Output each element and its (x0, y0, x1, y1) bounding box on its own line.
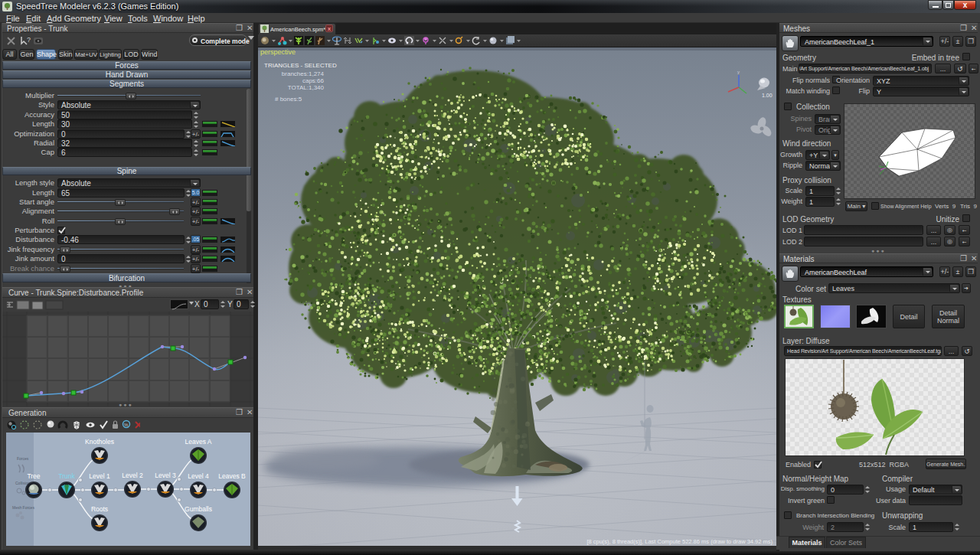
svg-text:perspective: perspective (260, 48, 296, 56)
svg-text:Forces: Forces (17, 456, 29, 461)
svg-text:y: y (737, 70, 740, 74)
svg-text:?: ? (27, 36, 31, 44)
svg-text:Level 3: Level 3 (155, 472, 176, 479)
svg-text:TOTAL:1,340: TOTAL:1,340 (288, 84, 325, 91)
svg-text:Mesh Forces: Mesh Forces (12, 505, 34, 510)
svg-text:Trunk: Trunk (58, 472, 75, 480)
svg-text:TRIANGLES - SELECTED: TRIANGLES - SELECTED (264, 62, 337, 69)
svg-text:caps:66: caps:66 (302, 77, 325, 84)
svg-text:Knotholes: Knotholes (85, 438, 114, 446)
svg-text:Level 4: Level 4 (188, 472, 209, 480)
svg-text:Level 1: Level 1 (89, 472, 110, 480)
svg-text:%: % (124, 423, 129, 427)
svg-text:branches:1,274: branches:1,274 (282, 70, 325, 77)
svg-text:[8 cpu(s), 8 thread(s)], Last: [8 cpu(s), 8 thread(s)], Last Compute 52… (586, 538, 773, 545)
svg-text:Leaves B: Leaves B (218, 472, 246, 480)
svg-text:# bones:5: # bones:5 (275, 96, 302, 103)
svg-text:1.00: 1.00 (762, 93, 773, 98)
svg-text:Roots: Roots (91, 505, 108, 513)
svg-text:Tree: Tree (27, 472, 40, 480)
svg-text:Leaves A: Leaves A (185, 438, 212, 446)
svg-text:Level 2: Level 2 (122, 472, 143, 479)
svg-text:Gumballs: Gumballs (185, 505, 212, 513)
